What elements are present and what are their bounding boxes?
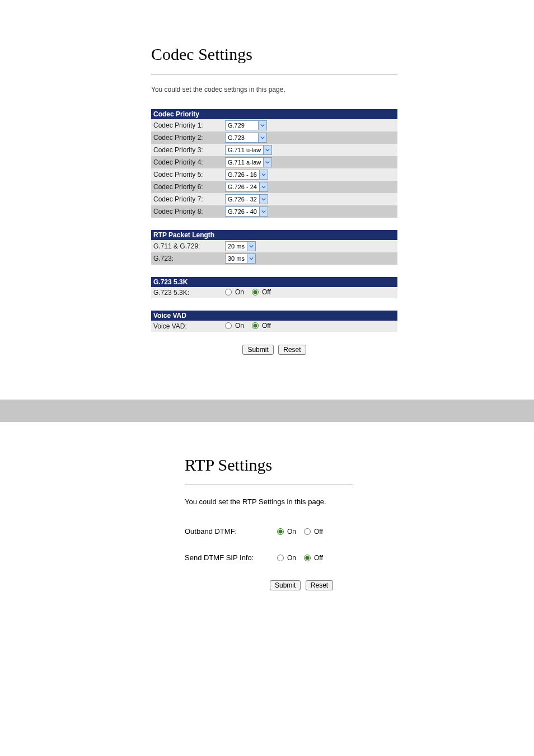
outband-off-radio[interactable] bbox=[304, 528, 311, 535]
rtp-desc: You could set the RTP Settings in this p… bbox=[185, 497, 534, 506]
codec-priority-label: Codec Priority 4: bbox=[151, 156, 223, 168]
codec-submit-button[interactable]: Submit bbox=[242, 345, 273, 355]
g723-on-radio[interactable] bbox=[225, 289, 232, 295]
table-row: Codec Priority 6: G.726 - 24 bbox=[151, 181, 397, 193]
codec-priority-8-select[interactable]: G.726 - 40 bbox=[225, 206, 268, 217]
codec-priority-label: Codec Priority 2: bbox=[151, 132, 223, 144]
table-row: Codec Priority 8: G.726 - 40 bbox=[151, 205, 397, 218]
rtp-reset-button[interactable]: Reset bbox=[306, 580, 333, 590]
off-label: Off bbox=[314, 528, 323, 536]
outband-on-radio[interactable] bbox=[277, 528, 284, 535]
off-label: Off bbox=[262, 288, 271, 296]
codec-priority-6-select[interactable]: G.726 - 24 bbox=[225, 182, 268, 192]
vad-on-radio[interactable] bbox=[225, 322, 232, 329]
codec-hr bbox=[151, 74, 397, 74]
outband-dtmf-row: Outband DTMF: On Off bbox=[185, 527, 534, 536]
table-row: Codec Priority 1: G.729 bbox=[151, 119, 397, 132]
page-divider bbox=[0, 400, 534, 422]
sipinfo-off-radio[interactable] bbox=[304, 555, 311, 561]
on-label: On bbox=[287, 528, 296, 536]
table-row: Codec Priority 7: G.726 - 32 bbox=[151, 193, 397, 205]
codec-priority-3-select[interactable]: G.711 u-law bbox=[225, 145, 272, 155]
rtp-row-label: G.711 & G.729: bbox=[151, 240, 223, 252]
codec-priority-7-select[interactable]: G.726 - 32 bbox=[225, 194, 268, 204]
codec-priority-label: Codec Priority 6: bbox=[151, 181, 223, 193]
on-label: On bbox=[287, 554, 296, 562]
chevron-down-icon bbox=[258, 133, 266, 142]
table-row: Codec Priority 3: G.711 u-law bbox=[151, 144, 397, 156]
codec-priority-5-select[interactable]: G.726 - 16 bbox=[225, 170, 268, 180]
outband-dtmf-label: Outband DTMF: bbox=[185, 527, 277, 536]
codec-priority-label: Codec Priority 8: bbox=[151, 205, 223, 218]
g723-table: G.723 5.3K G.723 5.3K: On Off bbox=[151, 277, 397, 298]
codec-priority-label: Codec Priority 1: bbox=[151, 119, 223, 132]
codec-priority-2-select[interactable]: G.723 bbox=[225, 133, 267, 143]
codec-desc: You could set the codec settings in this… bbox=[151, 86, 534, 93]
rtp-hr bbox=[185, 485, 353, 485]
rtp-submit-button[interactable]: Submit bbox=[270, 580, 301, 590]
table-row: Codec Priority 2: G.723 bbox=[151, 132, 397, 144]
voice-vad-header: Voice VAD bbox=[151, 311, 397, 321]
chevron-down-icon bbox=[247, 254, 255, 263]
codec-priority-label: Codec Priority 7: bbox=[151, 193, 223, 205]
g723-header: G.723 5.3K bbox=[151, 277, 397, 287]
rtp-row-label: G.723: bbox=[151, 252, 223, 265]
table-row: Codec Priority 4: G.711 a-law bbox=[151, 156, 397, 168]
voice-vad-table: Voice VAD Voice VAD: On Off bbox=[151, 311, 397, 332]
sip-info-row: Send DTMF SIP Info: On Off bbox=[185, 553, 534, 562]
off-label: Off bbox=[314, 554, 323, 562]
chevron-down-icon bbox=[259, 207, 268, 216]
chevron-down-icon bbox=[263, 145, 271, 154]
g711-g729-select[interactable]: 20 ms bbox=[225, 241, 256, 251]
chevron-down-icon bbox=[263, 158, 271, 167]
g723-label: G.723 5.3K: bbox=[151, 287, 223, 298]
rtp-packet-header: RTP Packet Length bbox=[151, 230, 397, 240]
rtp-packet-length-table: RTP Packet Length G.711 & G.729: 20 ms G… bbox=[151, 230, 397, 265]
codec-priority-table: Codec Priority Codec Priority 1: G.729 C… bbox=[151, 109, 397, 218]
rtp-settings-title: RTP Settings bbox=[185, 456, 534, 475]
sip-info-label: Send DTMF SIP Info: bbox=[185, 553, 277, 562]
codec-priority-header: Codec Priority bbox=[151, 109, 397, 119]
on-label: On bbox=[235, 322, 244, 330]
sipinfo-on-radio[interactable] bbox=[277, 555, 284, 561]
table-row: Codec Priority 5: G.726 - 16 bbox=[151, 168, 397, 181]
off-label: Off bbox=[262, 322, 271, 330]
vad-off-radio[interactable] bbox=[252, 322, 259, 329]
chevron-down-icon bbox=[247, 242, 255, 251]
chevron-down-icon bbox=[258, 121, 266, 130]
codec-priority-label: Codec Priority 3: bbox=[151, 144, 223, 156]
codec-priority-4-select[interactable]: G.711 a-law bbox=[225, 157, 272, 167]
table-row: G.723: 30 ms bbox=[151, 252, 397, 265]
voice-vad-label: Voice VAD: bbox=[151, 321, 223, 332]
table-row: Voice VAD: On Off bbox=[151, 321, 397, 332]
chevron-down-icon bbox=[259, 182, 268, 191]
chevron-down-icon bbox=[259, 170, 268, 179]
g723-off-radio[interactable] bbox=[252, 289, 259, 295]
on-label: On bbox=[235, 288, 244, 296]
table-row: G.723 5.3K: On Off bbox=[151, 287, 397, 298]
codec-reset-button[interactable]: Reset bbox=[278, 345, 306, 355]
codec-priority-1-select[interactable]: G.729 bbox=[225, 120, 267, 130]
codec-settings-title: Codec Settings bbox=[151, 45, 534, 64]
table-row: G.711 & G.729: 20 ms bbox=[151, 240, 397, 252]
codec-priority-label: Codec Priority 5: bbox=[151, 168, 223, 181]
g723-select[interactable]: 30 ms bbox=[225, 253, 256, 264]
chevron-down-icon bbox=[259, 195, 268, 204]
